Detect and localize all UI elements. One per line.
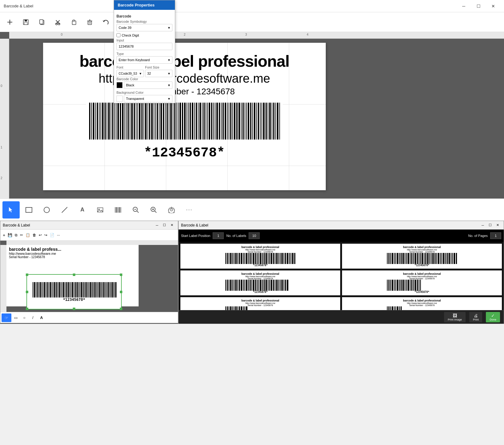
- svg-rect-168: [77, 282, 78, 297]
- sub-copy-btn[interactable]: ⧉: [14, 232, 19, 238]
- sub-redo-btn[interactable]: ↪: [43, 232, 49, 238]
- paste-button[interactable]: [66, 15, 81, 30]
- copy-button[interactable]: [34, 15, 49, 30]
- svg-rect-94: [232, 103, 233, 140]
- settings-tool-button[interactable]: [163, 201, 180, 219]
- print-label-3-url: http://www.barcodesoftware.me: [245, 275, 275, 278]
- svg-rect-244: [399, 253, 400, 264]
- sub-cut-btn[interactable]: ✂: [19, 232, 24, 238]
- svg-rect-330: [413, 280, 414, 291]
- svg-rect-128: [120, 207, 121, 213]
- svg-rect-260: [427, 253, 429, 264]
- sub-save-btn[interactable]: 💾: [6, 232, 14, 238]
- svg-rect-226: [278, 253, 279, 264]
- sub-more-btn[interactable]: ···: [56, 232, 61, 238]
- text-tool-button[interactable]: A: [74, 201, 91, 219]
- sub-new-btn[interactable]: 📄: [49, 232, 56, 238]
- maximize-button[interactable]: ☐: [471, 1, 486, 11]
- svg-rect-219: [266, 253, 267, 264]
- line-tool-button[interactable]: [56, 201, 73, 219]
- svg-rect-74: [194, 103, 195, 140]
- more-tools-button[interactable]: ···: [181, 201, 198, 219]
- done-button[interactable]: ✓ Done: [486, 312, 500, 322]
- save-button[interactable]: [18, 15, 33, 30]
- undo-button[interactable]: [98, 15, 113, 30]
- sub-pointer-btn[interactable]: ☞: [2, 313, 11, 322]
- svg-rect-169: [78, 282, 79, 297]
- svg-rect-39: [126, 103, 127, 140]
- mini-label-serial: Serial Number - 12345678: [9, 255, 136, 259]
- svg-rect-353: [392, 306, 393, 310]
- left-sub-close[interactable]: ✕: [168, 222, 175, 229]
- pointer-tool-button[interactable]: [2, 201, 20, 219]
- svg-rect-340: [232, 306, 233, 310]
- font-select[interactable]: CCode39_S3: [116, 70, 144, 77]
- close-button[interactable]: ✕: [486, 1, 500, 11]
- sub-rect-btn[interactable]: ▭: [11, 313, 20, 322]
- svg-rect-276: [456, 253, 457, 264]
- ruler-mark-0: 0: [61, 33, 63, 36]
- print-image-label: Print Image: [448, 318, 462, 321]
- svg-rect-174: [85, 282, 87, 297]
- mini-barcode-element[interactable]: *12345678*: [26, 274, 122, 309]
- svg-rect-336: [225, 306, 226, 310]
- svg-rect-160: [65, 282, 65, 297]
- svg-rect-290: [246, 280, 247, 291]
- svg-rect-93: [230, 103, 231, 140]
- font-size-select[interactable]: 32 24 48: [145, 70, 172, 77]
- sub-add-btn[interactable]: +: [2, 232, 6, 238]
- svg-rect-233: [290, 253, 291, 264]
- sub-delete-btn[interactable]: 🗑: [31, 232, 37, 238]
- barcode-tool-button[interactable]: [109, 201, 127, 219]
- print-label-4-serial: Serial Number - 12345678: [409, 278, 435, 280]
- svg-rect-83: [211, 103, 212, 140]
- print-label-6: barcode & label professional http://www.…: [342, 297, 502, 310]
- minimize-button[interactable]: ─: [457, 1, 471, 11]
- no-of-labels-input[interactable]: 10: [249, 232, 260, 239]
- ellipse-tool-button[interactable]: [38, 201, 55, 219]
- image-tool-button[interactable]: [92, 201, 109, 219]
- svg-rect-355: [396, 306, 396, 310]
- right-sub-maximize[interactable]: ☐: [486, 222, 494, 229]
- print-image-button[interactable]: 🖼 Print Image: [444, 312, 466, 322]
- delete-button[interactable]: [82, 15, 97, 30]
- sub-undo-btn[interactable]: ↩: [37, 232, 43, 238]
- svg-rect-294: [253, 280, 254, 291]
- sub-paste-btn[interactable]: 📋: [24, 232, 31, 238]
- font-size-label: Font Size: [145, 65, 172, 69]
- svg-rect-141: [37, 282, 38, 297]
- print-preview-footer: 🖼 Print Image 🖨 Print ✓ Done: [179, 310, 504, 324]
- svg-rect-153: [54, 282, 55, 297]
- check-digit-checkbox[interactable]: [116, 33, 120, 37]
- svg-rect-318: [392, 280, 393, 291]
- start-label-pos-input[interactable]: 1: [213, 232, 224, 239]
- sub-text-btn[interactable]: A: [37, 313, 46, 322]
- cut-button[interactable]: [50, 15, 65, 30]
- svg-rect-95: [234, 103, 235, 140]
- right-sub-title-bar: Barcode & Label ─ ☐ ✕: [179, 221, 504, 230]
- svg-rect-203: [238, 253, 238, 264]
- zoom-in-button[interactable]: [145, 201, 162, 219]
- sub-ellipse-btn[interactable]: ○: [20, 313, 29, 322]
- rectangle-tool-button[interactable]: [20, 201, 37, 219]
- zoom-out-button[interactable]: [127, 201, 144, 219]
- left-sub-minimize[interactable]: ─: [153, 222, 161, 229]
- no-of-pages-input[interactable]: 1: [490, 232, 501, 239]
- barcode-color-select[interactable]: Black White Red: [124, 81, 172, 89]
- svg-rect-352: [390, 306, 391, 310]
- svg-rect-321: [397, 280, 398, 291]
- bg-color-select[interactable]: Transparent White Black: [124, 95, 172, 102]
- svg-rect-148: [47, 282, 48, 297]
- svg-rect-105: [254, 103, 255, 140]
- left-sub-maximize[interactable]: ☐: [161, 222, 168, 229]
- input-field[interactable]: 12345678: [116, 43, 172, 50]
- add-button[interactable]: [2, 15, 17, 30]
- svg-rect-67: [179, 103, 181, 140]
- print-button[interactable]: 🖨 Print: [469, 312, 482, 322]
- right-sub-close[interactable]: ✕: [494, 222, 501, 229]
- svg-rect-38: [124, 103, 125, 140]
- symbology-select[interactable]: Code 39 Code 128 EAN-13 QR Code: [116, 24, 172, 31]
- type-select[interactable]: Enter from Keyboard From Database: [116, 56, 172, 64]
- right-sub-minimize[interactable]: ─: [479, 222, 486, 229]
- sub-line-btn[interactable]: /: [29, 313, 37, 322]
